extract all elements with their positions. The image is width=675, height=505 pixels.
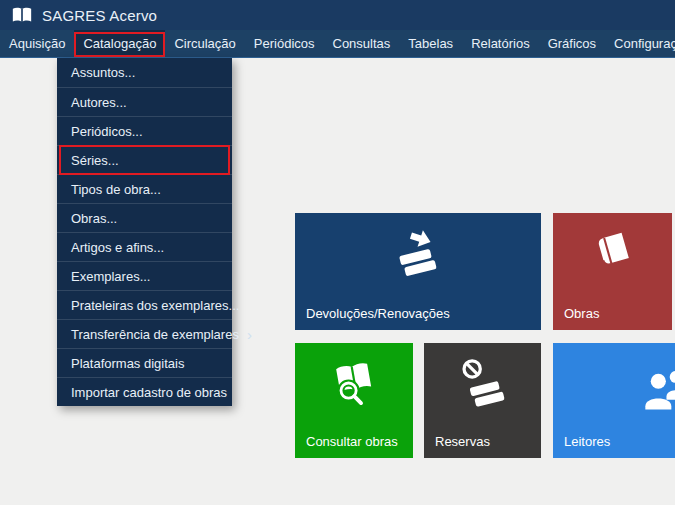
dropdown-item-transferencia[interactable]: Transferência de exemplares › [57,319,232,348]
dropdown-item-series-label: Séries... [71,146,119,175]
tile-label: Leitores [564,434,610,449]
dropdown-item-exemplares[interactable]: Exemplares... [57,261,232,290]
dropdown-item-assuntos[interactable]: Assuntos... [57,58,232,87]
tile-label: Devoluções/Renovações [306,306,450,321]
dropdown-item-tipos-de-obra[interactable]: Tipos de obra... [57,174,232,203]
tile-label: Consultar obras [306,434,398,449]
dropdown-item-prateleiras[interactable]: Prateleiras dos exemplares... [57,290,232,319]
menu-graficos[interactable]: Gráficos [539,30,605,57]
dropdown-item-plataformas-digitais[interactable]: Plataformas digitais [57,348,232,377]
catalogacao-dropdown-menu: Assuntos... Autores... Periódicos... Sér… [57,58,232,406]
book-icon [588,227,638,281]
book-search-icon [328,357,380,413]
tile-obras[interactable]: Obras [553,213,672,330]
menubar: Aquisição Catalogação Circulação Periódi… [0,30,675,58]
titlebar: SAGRES Acervo [0,0,675,30]
books-blocked-icon [457,357,509,413]
menu-catalogacao[interactable]: Catalogação [74,30,165,57]
tile-reservas[interactable]: Reservas [424,343,541,458]
tile-leitores[interactable]: Leitores [553,343,675,458]
tile-devolucoes-renovacoes[interactable]: Devoluções/Renovações [295,213,541,330]
dropdown-item-obras[interactable]: Obras... [57,203,232,232]
menu-aquisicao[interactable]: Aquisição [0,30,74,57]
books-return-icon [392,227,444,283]
menu-consultas[interactable]: Consultas [324,30,400,57]
menu-catalogacao-label: Catalogação [83,36,156,51]
menu-periodicos[interactable]: Periódicos [245,30,324,57]
menu-tabelas[interactable]: Tabelas [399,30,462,57]
dropdown-item-importar-cadastro[interactable]: Importar cadastro de obras [57,377,232,406]
dropdown-item-autores[interactable]: Autores... [57,87,232,116]
tile-consultar-obras[interactable]: Consultar obras [295,343,413,458]
app-title: SAGRES Acervo [42,7,157,24]
dropdown-item-transferencia-label: Transferência de exemplares [71,320,239,349]
dropdown-item-artigos-e-afins[interactable]: Artigos e afins... [57,232,232,261]
dropdown-item-periodicos[interactable]: Periódicos... [57,116,232,145]
tile-label: Obras [564,306,599,321]
submenu-arrow-icon: › [247,327,252,342]
menu-circulacao[interactable]: Circulação [165,30,244,57]
menu-configuracoes[interactable]: Configurações [605,30,675,57]
dropdown-item-series[interactable]: Séries... [57,145,232,174]
readers-icon [641,365,675,421]
tile-label: Reservas [435,434,490,449]
menu-relatorios[interactable]: Relatórios [462,30,539,57]
app-window: SAGRES Acervo Aquisição Catalogação Circ… [0,0,675,505]
open-book-icon [11,6,33,25]
